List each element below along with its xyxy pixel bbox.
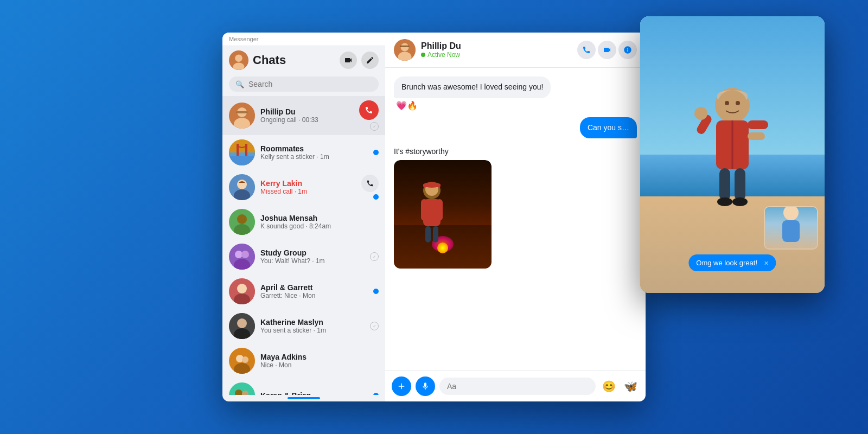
- unread-indicator-april: [373, 289, 379, 294]
- emoji-button[interactable]: 😊: [600, 378, 617, 395]
- chat-info-joshua: Joshua Mensah K sounds good · 8:24am: [260, 214, 373, 230]
- avatar-study: [229, 244, 255, 270]
- chat-header-avatar: [394, 39, 416, 61]
- chat-name-maya: Maya Adkins: [260, 353, 373, 361]
- svg-point-21: [235, 251, 242, 258]
- search-input[interactable]: [248, 80, 372, 88]
- svg-point-55: [725, 101, 729, 105]
- avatar-maya: [229, 348, 255, 374]
- avatar-phillip: [229, 103, 255, 129]
- chat-meta-roommates: [373, 150, 379, 155]
- chat-info-study: Study Group You: Wait! What? · 1m: [260, 248, 365, 265]
- chat-preview-study: You: Wait! What? · 1m: [260, 257, 365, 265]
- search-bar[interactable]: 🔍: [229, 76, 379, 92]
- svg-rect-68: [782, 220, 800, 242]
- call-bubble-close[interactable]: ✕: [764, 260, 769, 267]
- message-input[interactable]: [439, 378, 596, 395]
- chat-item-roommates[interactable]: Roommates Kelly sent a sticker · 1m: [222, 135, 385, 170]
- svg-point-15: [237, 180, 247, 189]
- svg-rect-6: [237, 111, 247, 113]
- svg-rect-45: [436, 199, 443, 221]
- unread-indicator-karan: [373, 393, 379, 395]
- svg-point-22: [241, 251, 249, 258]
- chat-preview-katherine: You sent a sticker · 1m: [260, 327, 365, 334]
- chat-meta-karan: [373, 393, 379, 395]
- chat-item-phillip[interactable]: Phillip Du Ongoing call · 00:33 ✓: [222, 96, 385, 135]
- chat-header: Phillip Du Active Now: [385, 33, 646, 68]
- svg-rect-46: [425, 226, 431, 242]
- chat-info-phillip: Phillip Du Ongoing call · 00:33: [260, 107, 354, 124]
- svg-rect-64: [735, 168, 745, 201]
- chat-info-katherine: Katherine Maslyn You sent a sticker · 1m: [260, 318, 365, 334]
- chat-header-actions: [577, 41, 637, 59]
- svg-rect-47: [433, 226, 438, 242]
- window-titlebar: Messenger: [222, 33, 385, 46]
- avatar-kerry: [229, 174, 255, 200]
- chat-item-karan[interactable]: Karan & Brian: [222, 378, 385, 395]
- chat-item-study[interactable]: Study Group You: Wait! What? · 1m ✓: [222, 239, 385, 274]
- header-icons: [340, 52, 379, 69]
- message-group-1: Brunch was awesome! I loved seeing you! …: [394, 76, 637, 111]
- svg-rect-60: [748, 120, 768, 129]
- svg-rect-41: [400, 46, 410, 47]
- add-button[interactable]: [392, 376, 411, 396]
- chats-heading: Chats: [253, 53, 335, 67]
- svg-point-65: [717, 197, 732, 206]
- sidebar-header: Chats: [222, 46, 385, 74]
- app-container: Messenger Chats: [222, 33, 646, 401]
- end-call-button[interactable]: [359, 100, 379, 120]
- message-group-2: Can you s…: [394, 117, 637, 139]
- svg-point-32: [242, 356, 248, 363]
- svg-point-1: [235, 55, 242, 62]
- photo-message: [394, 160, 492, 269]
- chat-list: Phillip Du Ongoing call · 00:33 ✓: [222, 96, 385, 395]
- svg-point-56: [736, 101, 740, 105]
- sidebar: Messenger Chats: [222, 33, 385, 401]
- chat-input-area: 😊 🦋: [385, 371, 646, 401]
- message-group-3: It's #storyworthy: [394, 145, 637, 269]
- chat-info-roommates: Roommates Kelly sent a sticker · 1m: [260, 144, 368, 161]
- svg-rect-44: [421, 199, 427, 221]
- read-indicator-katherine: ✓: [370, 322, 379, 330]
- butterfly-button[interactable]: 🦋: [622, 378, 639, 395]
- phone-icon-kerry[interactable]: [361, 175, 379, 192]
- svg-point-61: [694, 107, 707, 120]
- main-video-scene: [640, 16, 825, 293]
- chat-info-april: April & Garrett Garrett: Nice · Mon: [260, 283, 368, 299]
- chat-info-karan: Karan & Brian: [260, 391, 368, 395]
- phone-action-button[interactable]: [577, 41, 596, 59]
- chat-contact-status: Active Now: [421, 51, 572, 59]
- read-indicator-phillip: ✓: [370, 122, 379, 131]
- chat-name-kerry: Kerry Lakin: [260, 179, 356, 188]
- chat-name-karan: Karan & Brian: [260, 391, 368, 395]
- mic-button[interactable]: [416, 376, 435, 396]
- chat-item-joshua[interactable]: Joshua Mensah K sounds good · 8:24am: [222, 205, 385, 239]
- svg-point-18: [237, 214, 247, 224]
- avatar-joshua: [229, 209, 255, 235]
- chat-name-phillip: Phillip Du: [260, 107, 354, 116]
- video-call-icon[interactable]: [340, 52, 357, 69]
- svg-point-54: [717, 90, 748, 120]
- info-action-button[interactable]: [618, 41, 637, 59]
- avatar-april: [229, 278, 255, 304]
- message-bubble-outgoing-1: Can you s…: [580, 117, 637, 139]
- chat-item-april[interactable]: April & Garrett Garrett: Nice · Mon: [222, 274, 385, 309]
- svg-rect-50: [423, 184, 441, 187]
- chat-contact-name: Phillip Du: [421, 41, 572, 51]
- chat-meta-study: ✓: [370, 252, 379, 261]
- chat-meta-april: [373, 289, 379, 294]
- chat-item-maya[interactable]: Maya Adkins Nice · Mon: [222, 343, 385, 378]
- messages-area: Brunch was awesome! I loved seeing you! …: [385, 68, 646, 371]
- chat-preview-maya: Nice · Mon: [260, 361, 373, 369]
- chat-name-joshua: Joshua Mensah: [260, 214, 373, 222]
- svg-rect-62: [748, 132, 765, 140]
- chat-item-kerry[interactable]: Kerry Lakin Missed call · 1m: [222, 170, 385, 205]
- svg-point-25: [237, 284, 247, 293]
- chat-item-katherine[interactable]: Katherine Maslyn You sent a sticker · 1m…: [222, 309, 385, 343]
- chat-meta-katherine: ✓: [370, 322, 379, 330]
- status-dot: [421, 53, 425, 57]
- avatar-karan: [229, 382, 255, 395]
- compose-icon[interactable]: [361, 52, 379, 69]
- svg-point-67: [783, 207, 799, 220]
- video-action-button[interactable]: [598, 41, 616, 59]
